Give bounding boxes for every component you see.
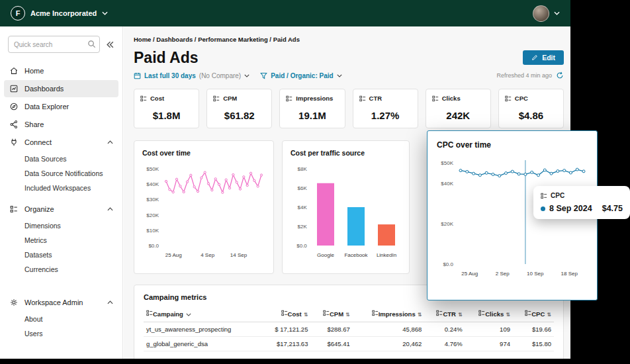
cost-over-time-chart: Cost over time $50K$40K$30K$20K$10K$0.0 …: [134, 140, 274, 274]
sidebar-item-users[interactable]: Users: [0, 326, 122, 341]
bar-facebook[interactable]: [347, 207, 365, 246]
sidebar-item-data-source-notifications[interactable]: Data Source Notifications: [0, 166, 122, 181]
metric-icon: [478, 310, 485, 316]
sort-icon[interactable]: ⇅: [506, 312, 510, 318]
column-header-cpm[interactable]: CPM⇅: [310, 307, 352, 322]
kpi-card-cpc: CPC $4.86: [498, 89, 564, 128]
refreshed-label: Refreshed 4 min ago: [496, 72, 552, 79]
sort-icon[interactable]: ⇅: [345, 312, 350, 318]
column-header-clicks[interactable]: Clicks⇅: [465, 307, 513, 322]
sidebar-item-home[interactable]: Home: [4, 62, 118, 79]
sidebar-item-data-sources[interactable]: Data Sources: [0, 152, 122, 166]
x-tick-label: Google: [317, 252, 334, 258]
chart-title: CPC over time: [437, 140, 588, 150]
table-cell: g_global_generic_dsa: [144, 337, 261, 351]
sort-icon[interactable]: ⇅: [304, 312, 308, 318]
bar-linkedin[interactable]: [378, 224, 395, 246]
table-cell: $19.66: [513, 322, 554, 337]
sidebar-section-workspace-admin[interactable]: Workspace Admin: [4, 294, 118, 311]
tooltip-date: 8 Sep 2024: [549, 204, 592, 213]
y-tick-label: $50K: [441, 160, 453, 166]
metric-icon: [359, 95, 366, 102]
x-axis: 25 Aug4 Sep14 Sep: [162, 252, 265, 260]
x-tick-label: Facebook: [344, 252, 367, 258]
metric-icon: [281, 310, 288, 316]
chart-title: Cost over time: [142, 149, 265, 157]
table-cell: 4.76%: [424, 337, 465, 351]
edit-button[interactable]: Edit: [523, 50, 564, 65]
sort-icon[interactable]: ⇅: [458, 312, 463, 318]
org-selector[interactable]: F Acme Incorporated: [11, 6, 108, 21]
table-cell: $645.41: [310, 337, 352, 351]
bar-google[interactable]: [317, 183, 334, 246]
sidebar-section-connect[interactable]: Connect: [4, 134, 118, 151]
sidebar-item-about[interactable]: About: [0, 312, 122, 326]
metric-icon: [323, 310, 330, 316]
sidebar-item-data-explorer[interactable]: Data Explorer: [4, 98, 118, 115]
line-chart-canvas[interactable]: [162, 165, 265, 250]
table-cell: $15.80: [513, 337, 554, 351]
chevron-up-icon: [107, 300, 113, 304]
compass-icon: [9, 102, 19, 111]
column-header-ctr[interactable]: CTR⇅: [424, 307, 465, 322]
column-header-cpc[interactable]: CPC⇅: [513, 307, 554, 322]
chevron-up-icon: [107, 207, 113, 211]
cost-per-traffic-source-chart: Cost per traffic source $8K$6K$4K$2K$0.0…: [282, 140, 410, 274]
tooltip-value: $4.75: [602, 204, 623, 213]
sort-icon[interactable]: ⇅: [547, 312, 551, 318]
kpi-card-cpm: CPM $61.82: [206, 89, 272, 128]
y-tick-label: $20K: [146, 212, 159, 218]
table-row[interactable]: yt_us_awareness_prospecting$ 17,121.25$2…: [144, 322, 554, 337]
y-tick-label: $6K: [298, 185, 307, 191]
calendar-icon: [134, 72, 141, 79]
y-tick-label: $40K: [441, 181, 453, 187]
y-tick-label: $40K: [146, 181, 159, 187]
sidebar-item-share[interactable]: Share: [4, 116, 118, 133]
topbar: F Acme Incorporated: [0, 0, 570, 26]
x-axis: GoogleFacebookLinkedIn: [310, 252, 402, 260]
x-tick-label: 2 Sep: [496, 271, 510, 277]
sidebar-item-dimensions[interactable]: Dimensions: [0, 218, 122, 233]
sidebar-item-included-workspaces[interactable]: Included Workspaces: [0, 181, 122, 195]
table-cell: 20,462: [353, 337, 425, 351]
user-menu[interactable]: [533, 5, 560, 22]
sidebar-item-dashboards[interactable]: Dashboards: [4, 80, 118, 97]
chevron-down-icon: [244, 74, 249, 77]
table-cell: $ 17,121.25: [261, 322, 311, 337]
y-tick-label: $0.0: [296, 243, 307, 249]
breadcrumb[interactable]: Home / Dashboards / Performance Marketin…: [134, 36, 564, 43]
sidebar-item-metrics[interactable]: Metrics: [0, 233, 122, 248]
bar-chart-canvas[interactable]: [310, 165, 401, 250]
search-icon: [87, 40, 96, 48]
table-row[interactable]: g_global_generic_dsa$17,213.63$645.4120,…: [144, 337, 554, 351]
sidebar-item-datasets[interactable]: Datasets: [0, 248, 122, 262]
chart-tooltip: CPC 8 Sep 2024 $4.75: [533, 186, 630, 219]
kpi-value: $4.86: [505, 110, 557, 121]
dashboard-icon: [9, 84, 19, 93]
y-tick-label: $2K: [298, 224, 307, 230]
column-header-cost[interactable]: Cost⇅: [261, 307, 311, 322]
x-axis: 25 Aug2 Sep10 Sep18 Sep: [457, 271, 588, 279]
table-cell: yt_us_awareness_prospecting: [144, 322, 261, 337]
x-tick-label: 25 Aug: [165, 252, 182, 258]
search-input[interactable]: [8, 36, 100, 53]
metric-icon: [525, 310, 531, 316]
sidebar-section-organize[interactable]: Organize: [4, 201, 118, 218]
table-cell: $288.67: [310, 322, 352, 337]
column-header-impressions[interactable]: Impressions⇅: [353, 307, 425, 322]
sidebar-item-currencies[interactable]: Currencies: [0, 262, 122, 277]
date-range-filter[interactable]: Last full 30 days (No Compare): [134, 72, 249, 79]
filter-bar: Last full 30 days (No Compare) Paid / Or…: [134, 71, 564, 79]
avatar[interactable]: [533, 5, 549, 22]
column-header-campaing[interactable]: Campaing: [144, 307, 261, 322]
table-cell: 0.24%: [424, 322, 465, 337]
chevron-down-icon: [554, 11, 560, 15]
metric-icon: [213, 95, 220, 102]
metric-icon: [146, 310, 153, 316]
collapse-sidebar-icon[interactable]: [106, 40, 114, 49]
refresh-icon[interactable]: [556, 71, 564, 79]
y-tick-label: $10K: [146, 228, 159, 234]
segment-filter[interactable]: Paid / Organic: Paid: [260, 72, 341, 79]
sort-icon[interactable]: ⇅: [418, 312, 422, 318]
x-tick-label: LinkedIn: [377, 252, 396, 258]
